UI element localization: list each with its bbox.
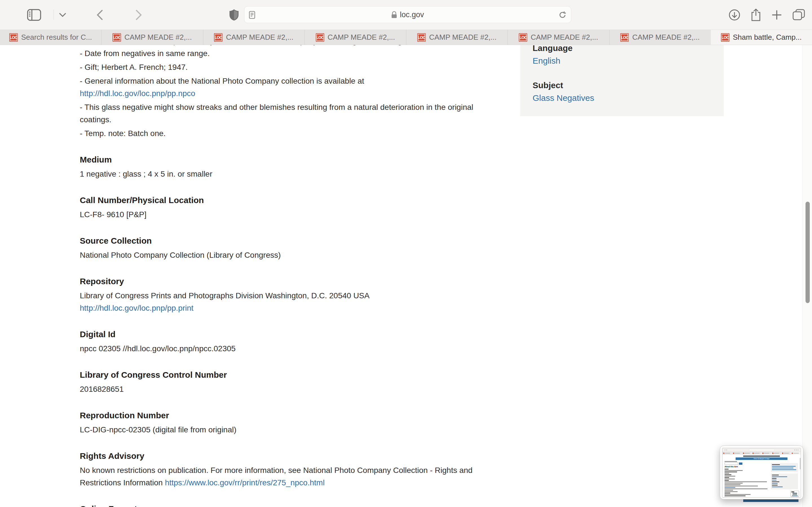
section-heading: Rights Advisory — [80, 450, 503, 462]
reload-icon[interactable] — [559, 11, 566, 19]
preview-photo-fragment — [743, 455, 780, 457]
tab-label: CAMP MEADE #2,... — [226, 33, 293, 42]
loc-favicon: LOC — [721, 33, 729, 42]
section-digital-id: Digital Id npcc 02305 //hdl.loc.gov/loc.… — [80, 328, 503, 355]
npco-collection-link[interactable]: http://hdl.loc.gov/loc.pnp/pp.npco — [80, 87, 503, 100]
section-repository: Repository Library of Congress Prints an… — [80, 275, 503, 314]
facet-link-english[interactable]: English — [532, 55, 724, 67]
section-value: npcc 02305 //hdl.loc.gov/loc.pnp/npcc.02… — [80, 342, 503, 355]
preview-mini-content: View Enlarged Image About this item — [722, 455, 801, 498]
share-button[interactable] — [749, 8, 763, 22]
loc-favicon: LOC — [214, 33, 222, 42]
facet-heading-subject: Subject — [532, 79, 724, 91]
tab-search-results[interactable]: LOC Search results for C... — [0, 30, 101, 45]
sidebar-menu-chevron[interactable] — [57, 11, 68, 18]
tab-camp-meade-4[interactable]: LOC CAMP MEADE #2,... — [406, 30, 508, 45]
section-value: LC-DIG-npcc-02305 (digital file from ori… — [80, 424, 503, 436]
note-item: - Gift; Herbert A. French; 1947. — [80, 61, 503, 73]
section-call-number: Call Number/Physical Location LC-F8- 961… — [80, 194, 503, 221]
facet-link-glass-negatives[interactable]: Glass Negatives — [532, 92, 724, 104]
tab-camp-meade-3[interactable]: LOC CAMP MEADE #2,... — [305, 30, 406, 45]
section-value: No known restrictions on publication. Fo… — [80, 464, 503, 489]
screenshot-preview-card[interactable]: View Enlarged Image About this item — [720, 446, 803, 499]
tab-label: CAMP MEADE #2,... — [530, 33, 598, 42]
section-medium: Medium 1 negative : glass ; 4 x 5 in. or… — [80, 153, 503, 180]
preview-left-column: About this item — [725, 461, 770, 496]
rights-info-link[interactable]: https://www.loc.gov/rr/print/res/275_npc… — [165, 478, 324, 487]
tab-camp-meade-6[interactable]: LOC CAMP MEADE #2,... — [610, 30, 711, 45]
loc-favicon: LOC — [9, 33, 18, 42]
note-item: - Date from negatives in same range. — [80, 47, 503, 60]
note-text: - General information about the National… — [80, 76, 364, 86]
preview-mini-scrollbar — [800, 458, 801, 469]
preview-right-column — [771, 463, 798, 491]
tab-camp-meade-5[interactable]: LOC CAMP MEADE #2,... — [508, 30, 609, 45]
section-source-collection: Source Collection National Photo Company… — [80, 234, 503, 262]
preview-mini-toolbar — [722, 448, 801, 452]
privacy-report-button[interactable] — [227, 8, 241, 22]
address-url: loc.gov — [400, 10, 424, 19]
section-heading: Reproduction Number — [80, 409, 503, 422]
safari-window: - Title from unverified data provided by… — [0, 0, 812, 507]
sidebar-toggle-button[interactable] — [23, 8, 45, 21]
section-heading: Digital Id — [80, 328, 503, 341]
section-value: Library of Congress Prints and Photograp… — [80, 290, 503, 302]
loc-favicon: LOC — [519, 33, 527, 42]
reader-icon[interactable] — [249, 11, 255, 19]
section-heading: Call Number/Physical Location — [80, 194, 503, 207]
preview-facets-box — [771, 473, 798, 489]
new-tab-button[interactable] — [770, 8, 784, 22]
facet-panel: Language English Subject Glass Negatives — [520, 42, 724, 116]
preview-nested-thumbnail — [791, 491, 799, 497]
section-value: 1 negative : glass ; 4 x 5 in. or smalle… — [80, 168, 503, 180]
back-button[interactable] — [94, 9, 105, 21]
loc-favicon: LOC — [620, 33, 629, 42]
section-value: 2016828651 — [80, 383, 503, 395]
section-heading: Source Collection — [80, 234, 503, 247]
tab-label: CAMP MEADE #2,... — [124, 33, 192, 42]
pp-print-link[interactable]: http://hdl.loc.gov/loc.pnp/pp.print — [80, 304, 193, 313]
scrollbar-track[interactable] — [802, 45, 812, 507]
section-heading: Library of Congress Control Number — [80, 369, 503, 381]
section-heading: Repository — [80, 275, 503, 288]
loc-favicon: LOC — [316, 33, 324, 42]
preview-mini-window: View Enlarged Image About this item — [722, 448, 801, 498]
scrollbar-thumb[interactable] — [806, 202, 810, 303]
tab-label: CAMP MEADE #2,... — [327, 33, 395, 42]
forward-button[interactable] — [133, 9, 144, 21]
lock-icon — [391, 11, 397, 18]
tab-label: Search results for C... — [21, 33, 92, 42]
note-item: - Temp. note: Batch one. — [80, 127, 503, 140]
preview-mini-tabstrip — [722, 452, 801, 455]
loc-favicon: LOC — [112, 33, 121, 42]
section-value: LC-F8- 9610 [P&P] — [80, 209, 503, 221]
preview-mini-addressbar — [749, 449, 775, 451]
tab-camp-meade-2[interactable]: LOC CAMP MEADE #2,... — [203, 30, 305, 45]
tab-label: CAMP MEADE #2,... — [429, 33, 497, 42]
tab-overview-button[interactable] — [791, 8, 806, 22]
section-reproduction-number: Reproduction Number LC-DIG-npcc-02305 (d… — [80, 409, 503, 436]
tab-camp-meade-1[interactable]: LOC CAMP MEADE #2,... — [101, 30, 203, 45]
download-icon — [728, 9, 741, 21]
forward-chevron-icon — [136, 10, 142, 20]
sidebar-icon — [27, 9, 41, 21]
tab-label: Sham battle, Camp... — [733, 33, 802, 42]
browser-toolbar: loc.gov — [0, 0, 812, 30]
back-chevron-icon — [97, 10, 103, 20]
browser-chrome: loc.gov — [0, 0, 812, 45]
address-bar[interactable]: loc.gov — [244, 6, 571, 23]
tabs-overview-icon — [793, 9, 805, 21]
loc-favicon: LOC — [417, 33, 426, 42]
section-online-format: Online Format — [80, 503, 503, 507]
plus-icon — [772, 10, 782, 20]
shield-icon — [229, 9, 239, 21]
downloads-button[interactable] — [727, 8, 742, 22]
tab-strip: LOC Search results for C... LOC CAMP MEA… — [0, 30, 812, 45]
section-heading: Medium — [80, 153, 503, 166]
note-item: - General information about the National… — [80, 75, 503, 100]
section-value: National Photo Company Collection (Libra… — [80, 249, 503, 262]
item-metadata: - Title from unverified data provided by… — [80, 45, 503, 507]
tab-sham-battle-active[interactable]: LOC Sham battle, Camp... — [711, 30, 812, 45]
tab-label: CAMP MEADE #2,... — [632, 33, 700, 42]
preview-about-heading: About this item — [725, 466, 770, 468]
